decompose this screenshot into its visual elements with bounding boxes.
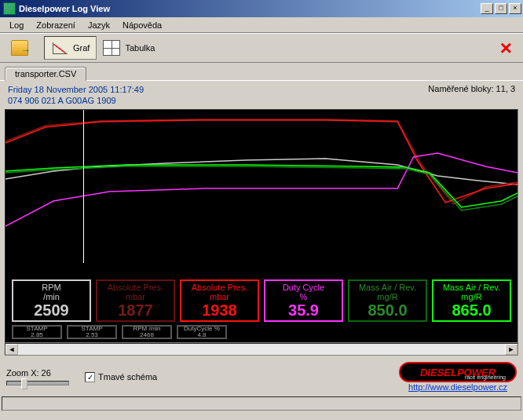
graph-panel[interactable]: RPM/min2509Absolute Pres.mbar1877Absolut…: [5, 109, 518, 343]
scroll-left-button[interactable]: ◄: [5, 344, 18, 355]
mini-card-2[interactable]: RPM /min2468: [122, 325, 172, 339]
scroll-track[interactable]: [18, 344, 505, 355]
card-value: 35.9: [288, 301, 319, 319]
graf-button[interactable]: Graf: [44, 36, 97, 60]
card-label: RPM: [42, 283, 60, 292]
menu-napoveda[interactable]: Nápověda: [116, 19, 168, 31]
value-card-5[interactable]: Mass Air / Rev.mg/R865.0: [432, 279, 511, 322]
value-card-4[interactable]: Mass Air / Rev.mg/R850.0: [348, 279, 427, 322]
card-label: Absolute Pres.: [108, 283, 164, 292]
series-RPM: [5, 159, 518, 184]
mini-card-3[interactable]: DutyCycle %4.8: [177, 325, 227, 339]
log-partno: 074 906 021 A G00AG 1909: [8, 95, 144, 106]
minimize-button[interactable]: _: [481, 3, 493, 14]
log-datetime: Friday 18 November 2005 11:17:49: [8, 84, 144, 95]
card-label: Mass Air / Rev.: [443, 283, 500, 292]
checkbox-icon: ✓: [85, 372, 95, 382]
card-unit: /min: [43, 292, 60, 301]
card-label: Mass Air / Rev.: [359, 283, 416, 292]
tabulka-button[interactable]: Tabulka: [97, 36, 161, 60]
close-button[interactable]: ×: [509, 3, 521, 14]
time-cursor[interactable]: [83, 110, 84, 263]
tabulka-label: Tabulka: [125, 43, 155, 53]
line-chart[interactable]: [5, 110, 518, 263]
footer: Zoom X: 26 ✓ Tmavé schéma DIESELPOWER ra…: [0, 357, 523, 396]
folder-open-icon: [11, 40, 28, 56]
close-icon: ×: [500, 41, 512, 55]
brand-url[interactable]: http://www.dieselpower.cz: [408, 382, 507, 392]
mini-card-1[interactable]: STAMP2.53: [67, 325, 117, 339]
horizontal-scrollbar[interactable]: ◄ ►: [5, 343, 518, 356]
app-icon: [3, 2, 16, 15]
series-Duty Cycle: [5, 153, 518, 226]
menu-zobrazeni[interactable]: Zobrazení: [30, 19, 82, 31]
tabstrip: transporter.CSV: [0, 63, 523, 80]
close-file-button[interactable]: ×: [494, 36, 518, 60]
brand-logo: DIESELPOWER race engineering: [399, 362, 517, 382]
value-card-2[interactable]: Absolute Pres.mbar1938: [180, 279, 259, 322]
dark-scheme-label: Tmavé schéma: [98, 372, 157, 382]
card-unit: mg/R: [377, 292, 397, 301]
info-bar: Friday 18 November 2005 11:17:49 074 906…: [5, 84, 518, 109]
value-card-0[interactable]: RPM/min2509: [12, 279, 91, 322]
value-card-3[interactable]: Duty Cycle%35.9: [264, 279, 343, 322]
card-unit: mbar: [126, 292, 145, 301]
menubar: Log Zobrazení Jazyk Nápověda: [0, 17, 523, 33]
card-label: Duty Cycle: [283, 283, 324, 292]
value-card-1[interactable]: Absolute Pres.mbar1877: [96, 279, 175, 322]
table-icon: [103, 40, 120, 56]
card-value: 1877: [118, 301, 153, 319]
mini-cards: STAMP2.85STAMP2.53RPM /min2468DutyCycle …: [12, 325, 227, 339]
open-button[interactable]: [5, 36, 35, 60]
dark-scheme-checkbox[interactable]: ✓ Tmavé schéma: [85, 372, 157, 382]
zoom-label: Zoom X: 26: [6, 368, 69, 378]
card-value: 850.0: [368, 301, 407, 319]
maximize-button[interactable]: □: [495, 3, 507, 14]
content-area: Friday 18 November 2005 11:17:49 074 906…: [0, 80, 523, 357]
scroll-right-button[interactable]: ►: [505, 344, 518, 355]
toolbar: Graf Tabulka ×: [0, 33, 523, 63]
menu-log[interactable]: Log: [3, 19, 30, 31]
chart-icon: [51, 40, 68, 56]
zoom-slider[interactable]: [6, 381, 69, 385]
card-unit: mbar: [210, 292, 229, 301]
titlebar: Dieselpower Log View _ □ ×: [0, 0, 523, 17]
menu-jazyk[interactable]: Jazyk: [82, 19, 116, 31]
graf-label: Graf: [73, 43, 90, 53]
card-value: 1938: [202, 301, 237, 319]
series-AbsPres requested: [5, 120, 518, 203]
file-tab[interactable]: transporter.CSV: [5, 67, 86, 81]
card-unit: mg/R: [461, 292, 481, 301]
status-bar: [2, 396, 521, 411]
value-cards: RPM/min2509Absolute Pres.mbar1877Absolut…: [12, 279, 511, 322]
card-label: Absolute Pres.: [192, 283, 248, 292]
card-unit: %: [300, 292, 308, 301]
window-title: Dieselpower Log View: [19, 4, 481, 13]
card-value: 2509: [34, 301, 69, 319]
series-AbsPres actual: [5, 119, 518, 204]
blocks-label: Naměřené bloky: 11, 3: [428, 84, 515, 106]
zoom-slider-thumb[interactable]: [21, 378, 27, 389]
card-value: 865.0: [452, 301, 491, 319]
mini-card-0[interactable]: STAMP2.85: [12, 325, 62, 339]
